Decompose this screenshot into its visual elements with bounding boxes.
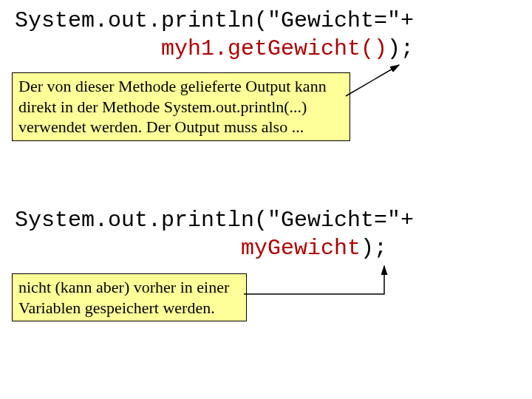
arrow-2	[0, 0, 532, 399]
